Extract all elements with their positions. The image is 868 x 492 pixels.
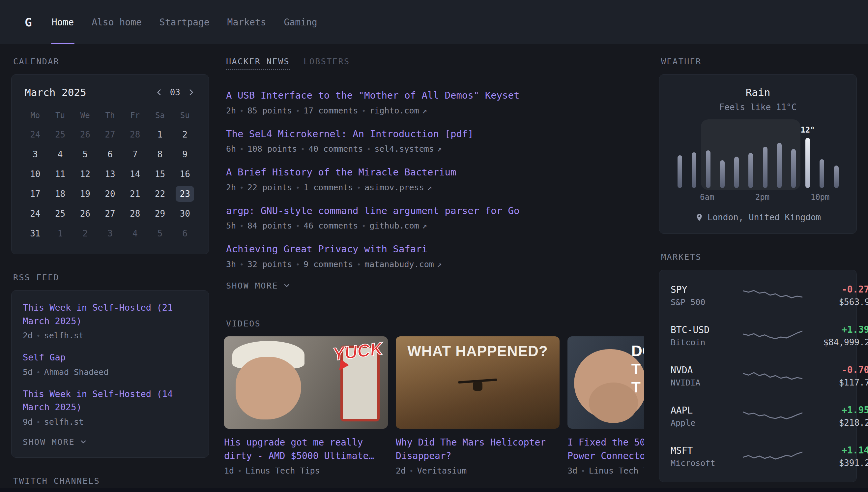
- calendar-prev-icon[interactable]: [155, 88, 163, 97]
- calendar-widget: March 2025 03 MoTuWeThFrSaSu242526272812…: [11, 74, 209, 254]
- source-link[interactable]: asimov.press: [365, 183, 424, 192]
- calendar-day: 20: [98, 184, 123, 204]
- source-link[interactable]: github.com: [369, 221, 419, 230]
- news-item: A Brief History of the Miracle Bacterium…: [226, 166, 644, 192]
- calendar-day: 30: [172, 204, 198, 224]
- calendar-day: 2: [172, 125, 198, 144]
- item-meta: 2d•selfh.st: [23, 331, 198, 340]
- rss-item-title[interactable]: Self Gap: [23, 351, 198, 364]
- news-show-more-button[interactable]: SHOW MORE: [226, 281, 291, 291]
- market-row-spy[interactable]: SPYS&P 500-0.27%$563.98: [670, 275, 845, 316]
- weather-time-label: [797, 193, 811, 202]
- video-thumbnail[interactable]: WHAT HAPPENED?: [396, 336, 559, 429]
- app-logo[interactable]: G: [25, 16, 32, 29]
- nav-tab-gaming[interactable]: Gaming: [284, 0, 317, 44]
- item-meta: 2d•Veritasium: [396, 466, 559, 475]
- news-item: A USB Interface to the "Mother of All De…: [226, 89, 644, 116]
- news-item-title[interactable]: A Brief History of the Miracle Bacterium: [226, 166, 644, 179]
- market-row-aapl[interactable]: AAPLApple+1.95%$218.27: [670, 396, 845, 436]
- location-pin-icon: [695, 213, 704, 222]
- meta-text: Veritasium: [417, 466, 467, 475]
- market-row-btc-usd[interactable]: BTC-USDBitcoin+1.39%$84,999.29: [670, 316, 845, 356]
- rss-item-title[interactable]: This Week in Self-Hosted (14 March 2025): [23, 388, 198, 414]
- news-tab-lobsters[interactable]: LOBSTERS: [304, 57, 350, 70]
- chevron-down-icon: [283, 281, 291, 290]
- calendar-day: 5: [148, 224, 173, 243]
- calendar-day: 10: [23, 164, 48, 184]
- meta-separator: •: [36, 418, 41, 426]
- weather-bar: [706, 150, 710, 188]
- news-item-title[interactable]: A USB Interface to the "Mother of All De…: [226, 89, 644, 102]
- calendar-current-month-button[interactable]: 03: [170, 88, 180, 97]
- meta-separator: •: [357, 184, 361, 192]
- calendar-day: 13: [98, 164, 123, 184]
- rss-item-title[interactable]: This Week in Self-Hosted (21 March 2025): [23, 301, 198, 328]
- meta-text: 5d: [23, 367, 33, 377]
- calendar-day: 11: [48, 164, 73, 184]
- market-symbol: BTC-USD: [670, 324, 737, 335]
- weather-bar: [692, 152, 696, 188]
- video-thumbnail[interactable]: DOTT: [568, 336, 644, 429]
- news-item-title[interactable]: The SeL4 Microkernel: An Introduction [p…: [226, 127, 644, 141]
- item-meta: 3d•Linus Tech Tips: [568, 466, 644, 475]
- calendar-next-icon[interactable]: [187, 88, 195, 97]
- video-title[interactable]: I Fixed the 5090's Melting Power Connect…: [568, 436, 644, 463]
- market-values: +1.95%$218.27: [809, 404, 868, 428]
- weather-header: WEATHER: [661, 57, 857, 66]
- calendar-day: 29: [148, 204, 173, 224]
- videos-header: VIDEOS: [226, 319, 644, 328]
- nav-tab-also-home[interactable]: Also home: [91, 0, 142, 44]
- news-tab-hacker-news[interactable]: HACKER NEWS: [226, 57, 290, 70]
- thumbnail-text: DOTT: [631, 342, 644, 397]
- bottom-edge: [0, 488, 868, 492]
- news-item-title[interactable]: argp: GNU-style command line argument pa…: [226, 204, 644, 218]
- market-name: Microsoft: [670, 458, 737, 468]
- weather-time-label: 6am: [700, 193, 714, 202]
- rss-show-more-button[interactable]: SHOW MORE: [23, 437, 87, 447]
- weather-current-temp: 12°: [800, 125, 815, 134]
- meta-text: selfh.st: [44, 417, 84, 427]
- meta-text: 2h: [226, 183, 236, 192]
- source-link[interactable]: righto.com: [369, 106, 419, 116]
- nav-tab-startpage[interactable]: Startpage: [159, 0, 210, 44]
- meta-text: 3d: [568, 466, 577, 475]
- weather-chart: 12°: [673, 125, 843, 188]
- rss-item: Self Gap5d•Ahmad Shadeed: [23, 351, 198, 377]
- calendar-dow-label: Tu: [48, 106, 73, 125]
- rss-list: This Week in Self-Hosted (21 March 2025)…: [23, 301, 198, 427]
- meta-text: Linus Tech Tips: [245, 466, 320, 475]
- calendar-day: 16: [172, 164, 198, 184]
- external-link-icon: ↗: [437, 260, 442, 269]
- calendar-day: 22: [148, 184, 173, 204]
- weather-bar-slot: [701, 125, 715, 188]
- video-thumbnail[interactable]: YUCK: [224, 336, 388, 429]
- video-title[interactable]: Why Did The Mars Helicopter Disappear?: [396, 436, 559, 463]
- weather-bar-slot: [786, 125, 800, 188]
- calendar-day: 18: [48, 184, 73, 204]
- market-values: -0.27%$563.98: [809, 284, 868, 307]
- calendar-month-title: March 2025: [25, 87, 86, 98]
- market-change: +1.95%: [809, 404, 868, 416]
- news-item: The SeL4 Microkernel: An Introduction [p…: [226, 127, 644, 154]
- calendar-day: 6: [98, 144, 123, 164]
- nav-tab-markets[interactable]: Markets: [227, 0, 266, 44]
- meta-separator: •: [296, 261, 300, 269]
- calendar-dow-label: Fr: [123, 106, 148, 125]
- external-link-icon: ↗: [422, 221, 427, 230]
- nav-tab-home[interactable]: Home: [52, 0, 74, 44]
- news-item-title[interactable]: Achieving Great Privacy with Safari: [226, 242, 644, 256]
- meta-text: 84 points: [247, 221, 292, 230]
- source-link[interactable]: matanabudy.com: [365, 260, 434, 269]
- main-content: CALENDAR March 2025 03 MoTuWeThFrSaSu242…: [0, 44, 868, 486]
- market-row-msft[interactable]: MSFTMicrosoft+1.14%$391.26: [670, 436, 845, 476]
- weather-time-label: [830, 193, 844, 202]
- source-link[interactable]: sel4.systems: [374, 144, 434, 154]
- face-shape: [236, 357, 301, 419]
- helicopter-shape: [473, 382, 483, 391]
- market-row-nvda[interactable]: NVDANVIDIA-0.70%$117.70: [670, 356, 845, 396]
- weather-location-row: London, United Kingdom: [673, 212, 843, 222]
- market-sparkline: [743, 407, 803, 425]
- market-id: NVDANVIDIA: [670, 365, 737, 388]
- weather-bar-slot: [772, 125, 786, 188]
- video-title[interactable]: His upgrade got me really dirty - AMD $5…: [224, 436, 388, 463]
